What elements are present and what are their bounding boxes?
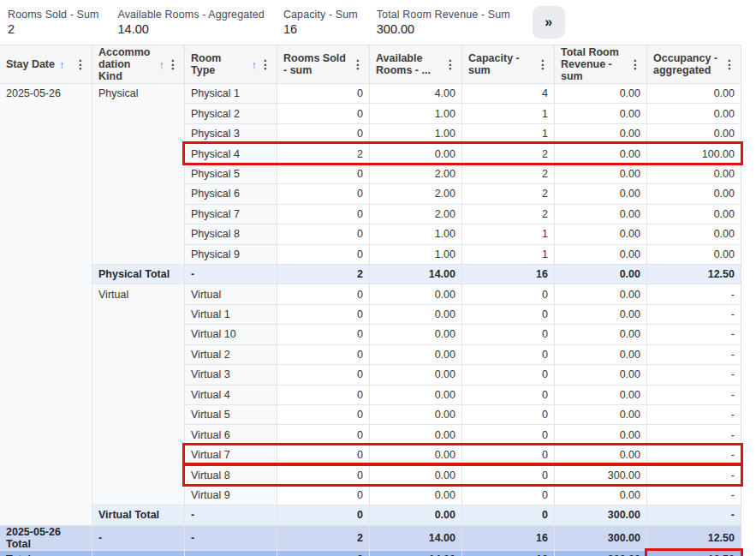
cell-rooms-sold: 0 bbox=[277, 224, 369, 243]
cell-available-rooms: 0.00 bbox=[369, 284, 461, 303]
cell-stay-date bbox=[0, 143, 92, 163]
cell-total-room-revenue: 0.00 bbox=[554, 324, 646, 344]
table-row-data: Physical 602.0020.000.00 bbox=[0, 183, 741, 203]
cell-rooms-sold: 0 bbox=[277, 183, 369, 203]
table-row-t2: Total--214.0016300.0012.50 bbox=[0, 550, 741, 556]
cell-stay-date: 2025-05-26 Total bbox=[0, 525, 92, 550]
cell-occupancy: - bbox=[646, 505, 741, 524]
table-row-data: Virtual 300.0000.00- bbox=[0, 364, 741, 384]
cell-room-type: Physical 8 bbox=[184, 224, 277, 243]
cell-accommodation-kind bbox=[92, 183, 184, 203]
cell-available-rooms: 0.00 bbox=[369, 505, 461, 524]
cell-capacity: 4 bbox=[461, 83, 554, 103]
cell-capacity: 0 bbox=[461, 304, 554, 324]
cell-occupancy: 12.50 bbox=[646, 525, 741, 550]
cell-total-room-revenue: 0.00 bbox=[554, 344, 646, 364]
double-chevron-right-icon: » bbox=[545, 15, 552, 30]
cell-room-type: Physical 1 bbox=[184, 83, 277, 103]
table-row-data: Virtual 800.000300.00- bbox=[0, 464, 741, 484]
cell-available-rooms: 1.00 bbox=[369, 224, 461, 243]
column-header-capacity[interactable]: Capacity - sum⋮ bbox=[461, 45, 554, 83]
cell-room-type: Virtual 4 bbox=[184, 385, 277, 404]
cell-room-type: Physical 9 bbox=[184, 244, 277, 264]
cell-occupancy: 0.00 bbox=[646, 224, 741, 243]
cell-accommodation-kind bbox=[92, 424, 184, 444]
column-label: Total Room Revenue - sum bbox=[561, 46, 627, 82]
cell-capacity: 2 bbox=[461, 204, 554, 224]
cell-stay-date bbox=[0, 304, 92, 324]
table-row-data: Physical 420.0020.00100.00 bbox=[0, 143, 741, 163]
column-menu-kebab-icon[interactable]: ⋮ bbox=[257, 58, 274, 70]
cell-capacity: 2 bbox=[461, 183, 554, 203]
cell-rooms-sold: 0 bbox=[277, 204, 369, 224]
column-menu-kebab-icon[interactable]: ⋮ bbox=[721, 58, 738, 70]
table-row-data: Virtual 1000.0000.00- bbox=[0, 324, 741, 344]
cell-stay-date bbox=[0, 404, 92, 424]
cell-stay-date bbox=[0, 424, 92, 444]
cell-available-rooms: 0.00 bbox=[369, 143, 461, 163]
cell-capacity: 0 bbox=[461, 324, 554, 344]
column-menu-kebab-icon[interactable]: ⋮ bbox=[534, 58, 551, 70]
cell-occupancy: - bbox=[646, 344, 741, 364]
cell-capacity: 0 bbox=[461, 464, 554, 484]
cell-rooms-sold: 0 bbox=[277, 464, 369, 484]
cell-rooms-sold: 0 bbox=[277, 103, 369, 123]
column-header-available-rooms[interactable]: Available Rooms - ...⋮ bbox=[369, 45, 461, 83]
column-header-rooms-sold[interactable]: Rooms Sold - sum⋮ bbox=[277, 45, 369, 83]
kpi-card-available-rooms: Available Rooms - Aggregated 14.00 bbox=[118, 8, 265, 37]
cell-occupancy: 0.00 bbox=[646, 103, 741, 123]
column-header-accommodation-kind[interactable]: Accommodation Kind↑⋮ bbox=[92, 45, 184, 83]
column-header-stay-date[interactable]: Stay Date↑⋮ bbox=[0, 45, 92, 83]
cell-available-rooms: 0.00 bbox=[369, 385, 461, 404]
cell-rooms-sold: 0 bbox=[277, 385, 369, 404]
table-row-data: Virtual 100.0000.00- bbox=[0, 304, 741, 324]
cell-total-room-revenue: 0.00 bbox=[554, 183, 646, 203]
pivot-table-wrap: Stay Date↑⋮Accommodation Kind↑⋮Room Type… bbox=[0, 45, 741, 556]
cell-accommodation-kind bbox=[92, 164, 184, 183]
column-menu-kebab-icon[interactable]: ⋮ bbox=[627, 58, 644, 70]
kpi-value: 300.00 bbox=[377, 21, 510, 37]
cell-room-type: Virtual bbox=[184, 284, 277, 303]
cell-room-type: - bbox=[184, 505, 277, 524]
cell-total-room-revenue: 0.00 bbox=[554, 83, 646, 103]
column-menu-kebab-icon[interactable]: ⋮ bbox=[349, 58, 366, 70]
cell-occupancy: 100.00 bbox=[646, 143, 741, 163]
table-row-data: Virtual 400.0000.00- bbox=[0, 385, 741, 404]
cell-total-room-revenue: 300.00 bbox=[554, 525, 646, 550]
cell-total-room-revenue: 0.00 bbox=[554, 143, 646, 163]
cell-room-type: Virtual 7 bbox=[184, 445, 277, 464]
column-menu-kebab-icon[interactable]: ⋮ bbox=[164, 58, 182, 70]
column-header-total-room-revenue[interactable]: Total Room Revenue - sum⋮ bbox=[554, 45, 646, 83]
pivot-table: Stay Date↑⋮Accommodation Kind↑⋮Room Type… bbox=[0, 45, 741, 556]
table-row-data: Virtual 900.0000.00- bbox=[0, 485, 741, 505]
cell-total-room-revenue: 0.00 bbox=[554, 385, 646, 404]
cell-available-rooms: 1.00 bbox=[369, 123, 461, 143]
column-menu-kebab-icon[interactable]: ⋮ bbox=[442, 58, 459, 70]
cell-accommodation-kind bbox=[92, 103, 184, 123]
kpi-value: 2 bbox=[8, 21, 99, 37]
expand-kpis-button[interactable]: » bbox=[533, 6, 565, 39]
column-header-room-type[interactable]: Room Type↑⋮ bbox=[184, 45, 277, 83]
cell-available-rooms: 0.00 bbox=[369, 404, 461, 424]
column-header-occupancy[interactable]: Occupancy - aggregated⋮ bbox=[646, 45, 741, 83]
cell-rooms-sold: 0 bbox=[277, 404, 369, 424]
cell-stay-date bbox=[0, 385, 92, 404]
cell-stay-date bbox=[0, 344, 92, 364]
cell-accommodation-kind bbox=[92, 404, 184, 424]
cell-room-type: Virtual 2 bbox=[184, 344, 277, 364]
cell-rooms-sold: 0 bbox=[277, 445, 369, 464]
cell-room-type: - bbox=[184, 264, 277, 284]
cell-stay-date: Total bbox=[0, 550, 92, 556]
kpi-label: Capacity - Sum bbox=[283, 8, 358, 21]
cell-occupancy: - bbox=[646, 385, 741, 404]
cell-available-rooms: 0.00 bbox=[369, 464, 461, 484]
cell-available-rooms: 14.00 bbox=[369, 525, 461, 550]
cell-stay-date bbox=[0, 204, 92, 224]
cell-total-room-revenue: 300.00 bbox=[554, 505, 646, 524]
kpi-label: Available Rooms - Aggregated bbox=[118, 8, 265, 21]
cell-room-type: Virtual 1 bbox=[184, 304, 277, 324]
table-row-data: Physical 801.0010.000.00 bbox=[0, 224, 741, 243]
table-row-data: Virtual 200.0000.00- bbox=[0, 344, 741, 364]
cell-rooms-sold: 0 bbox=[277, 505, 369, 524]
column-menu-kebab-icon[interactable]: ⋮ bbox=[72, 58, 89, 70]
